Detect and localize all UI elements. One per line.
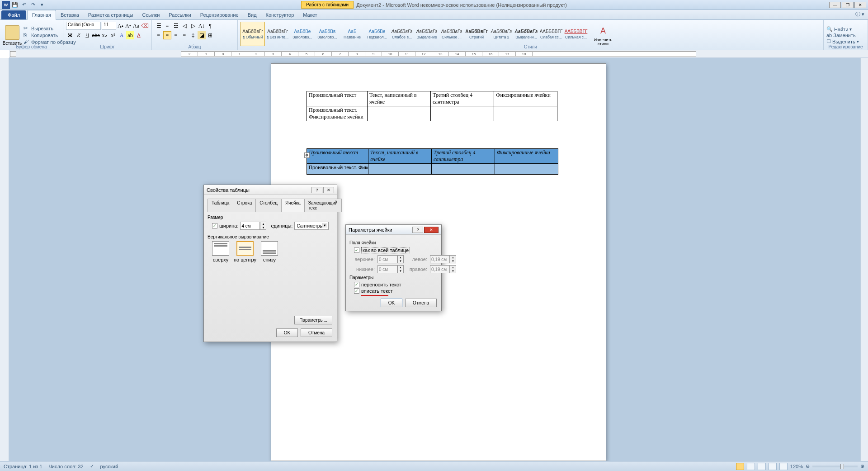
find-button[interactable]: 🔍Найти ▾	[826, 26, 859, 32]
word-icon: W	[2, 1, 10, 9]
ribbon-tabs: Файл Главная Вставка Разметка страницы С…	[0, 10, 868, 20]
increase-indent-button[interactable]: ▷	[189, 22, 197, 30]
style-item[interactable]: АаБНазвание	[340, 22, 364, 46]
highlight-button[interactable]: ab	[126, 31, 134, 39]
style-item[interactable]: АаБбВвГг¶ Обычный	[241, 22, 265, 46]
justify-button[interactable]: ≡	[180, 31, 189, 39]
replace-icon: ab	[826, 33, 832, 38]
group-styles-label: Стили	[238, 44, 823, 49]
subscript-button[interactable]: x₂	[100, 31, 108, 39]
line-spacing-button[interactable]: ‡	[189, 31, 197, 39]
align-right-button[interactable]: ≡	[172, 31, 180, 39]
group-paragraph-label: Абзац	[152, 44, 237, 49]
font-name-select[interactable]: Calibri (Осно	[66, 22, 101, 30]
sort-button[interactable]: A↓	[198, 22, 206, 30]
bullets-button[interactable]: ☰	[155, 22, 163, 30]
numbering-button[interactable]: ≡	[163, 22, 171, 30]
style-item[interactable]: АаБбВвГг¶ Без инте...	[265, 22, 290, 46]
style-item[interactable]: ААББВВГГСлабая сс...	[539, 22, 563, 46]
superscript-button[interactable]: x²	[109, 31, 117, 39]
tab-selector[interactable]	[10, 51, 16, 57]
style-item[interactable]: АаБбВвГгВыделенн...	[514, 22, 538, 46]
style-item[interactable]: АаБбВвГгСильное ...	[439, 22, 464, 46]
italic-button[interactable]: К	[75, 31, 83, 39]
font-color-button[interactable]: A	[135, 31, 143, 39]
clear-format-button[interactable]: ⌫	[141, 22, 149, 30]
align-center-button[interactable]: ≡	[163, 31, 171, 39]
title-bar: W 💾 ↶ ↷ ▾ Работа с таблицами Документ2 -…	[0, 0, 868, 10]
close-button[interactable]: ✕	[854, 2, 866, 8]
shrink-font-button[interactable]: A▾	[125, 22, 132, 30]
group-clipboard-label: Буфер обмена	[0, 44, 63, 49]
undo-icon[interactable]: ↶	[20, 1, 28, 9]
style-item[interactable]: АаБбВеЗаголово...	[290, 22, 315, 46]
grow-font-button[interactable]: A▴	[117, 22, 124, 30]
copy-icon: ⎘	[24, 32, 30, 38]
redo-icon[interactable]: ↷	[29, 1, 37, 9]
window-title: Документ2 - Microsoft Word некоммерческо…	[356, 2, 567, 8]
select-icon: ☐	[826, 38, 831, 44]
quick-access-toolbar: W 💾 ↶ ↷ ▾	[0, 1, 46, 9]
save-icon[interactable]: 💾	[11, 1, 19, 9]
underline-button[interactable]: Ч	[83, 31, 91, 39]
strike-button[interactable]: abc	[92, 31, 100, 39]
tab-references[interactable]: Ссылки	[138, 10, 165, 19]
style-item[interactable]: ААББВВГГСильная с...	[564, 22, 588, 46]
tab-mailings[interactable]: Рассылки	[164, 10, 195, 19]
context-tab-label: Работа с таблицами	[301, 1, 354, 9]
search-icon: 🔍	[826, 26, 833, 32]
change-case-button[interactable]: Aa	[132, 22, 140, 30]
tab-table-design[interactable]: Конструктор	[261, 10, 299, 19]
tab-review[interactable]: Рецензирование	[196, 10, 243, 19]
ribbon: Вставить ✂Вырезать ⎘Копировать 🖌Формат п…	[0, 20, 868, 50]
tab-home[interactable]: Главная	[27, 10, 56, 20]
style-item[interactable]: АаБбВвГгВыделение	[415, 22, 439, 46]
align-left-button[interactable]: ≡	[155, 31, 163, 39]
group-editing-label: Редактирование	[824, 44, 868, 49]
borders-button[interactable]: ⊞	[206, 31, 214, 39]
font-size-select[interactable]: 11	[102, 22, 116, 30]
scissors-icon: ✂	[24, 25, 30, 32]
text-effects-button[interactable]: A	[118, 31, 126, 39]
tab-page-layout[interactable]: Разметка страницы	[84, 10, 138, 19]
style-item[interactable]: АаБбВвЗаголово...	[315, 22, 340, 46]
tab-view[interactable]: Вид	[243, 10, 261, 19]
tab-table-layout[interactable]: Макет	[298, 10, 321, 19]
bold-button[interactable]: Ж	[66, 31, 74, 39]
style-item[interactable]: АаБбВеПодзагол...	[365, 22, 389, 46]
show-marks-button[interactable]: ¶	[206, 22, 214, 30]
paste-icon	[5, 25, 19, 40]
tab-insert[interactable]: Вставка	[56, 10, 84, 19]
replace-button[interactable]: abЗаменить	[826, 33, 859, 38]
multilevel-button[interactable]: ☲	[172, 22, 180, 30]
style-item[interactable]: АаБбВвГгСтрогий	[464, 22, 489, 46]
style-item[interactable]: АаБбВвГгЦитата 2	[489, 22, 514, 46]
qat-dropdown-icon[interactable]: ▾	[38, 1, 46, 9]
decrease-indent-button[interactable]: ◁	[180, 22, 189, 30]
horizontal-ruler[interactable]: 210123456789101112131415161718	[9, 50, 868, 58]
minimize-button[interactable]: —	[829, 2, 841, 8]
style-item[interactable]: АаБбВвГгСлабое в...	[390, 22, 414, 46]
shading-button[interactable]: ◪	[198, 31, 206, 39]
group-font-label: Шрифт	[63, 44, 151, 49]
tab-file[interactable]: Файл	[1, 10, 26, 19]
help-icon[interactable]: ⓘ ▾	[852, 9, 868, 19]
select-button[interactable]: ☐Выделить ▾	[826, 38, 859, 44]
maximize-button[interactable]: ❐	[842, 2, 854, 8]
change-styles-icon: A	[597, 24, 609, 37]
